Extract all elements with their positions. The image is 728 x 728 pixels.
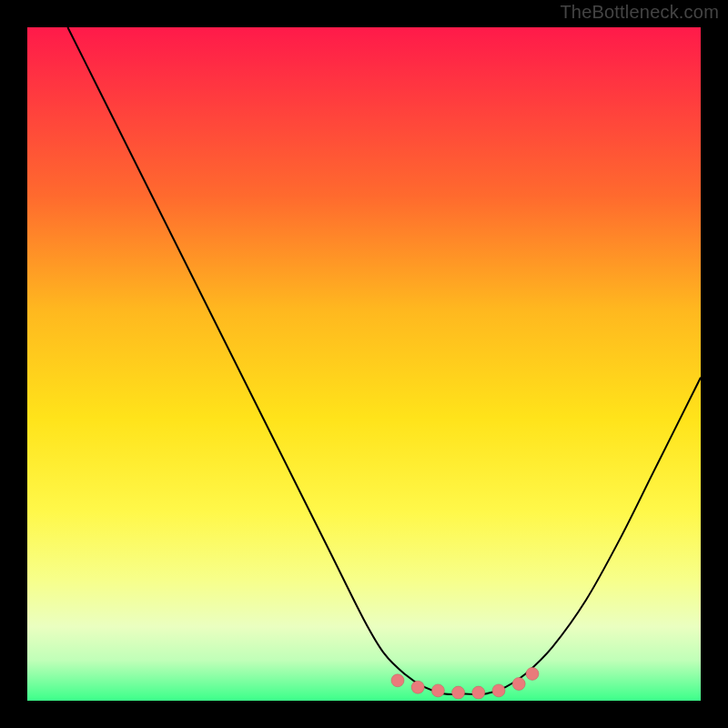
bottleneck-curve [67,27,701,694]
marker-dot [391,674,404,687]
marker-dot [472,686,485,699]
plot-area [27,27,701,701]
marker-dot [526,667,539,680]
curve-svg [27,27,701,701]
marker-dot [431,684,444,697]
marker-dot [512,678,525,691]
marker-dot [411,681,424,693]
marker-dot [452,686,465,699]
chart-frame: TheBottleneck.com [0,0,728,728]
watermark-text: TheBottleneck.com [560,2,719,23]
marker-dot [492,684,505,697]
